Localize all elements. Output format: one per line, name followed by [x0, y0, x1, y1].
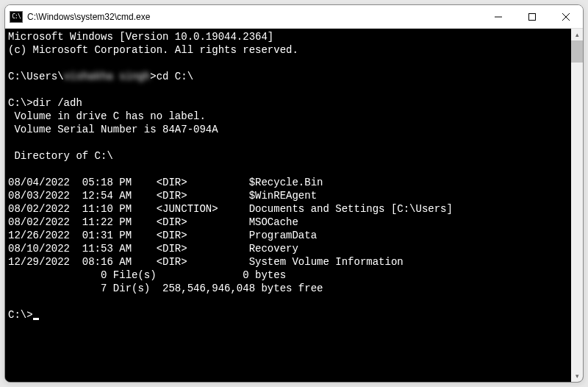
- cursor: [33, 318, 39, 320]
- banner-line: Microsoft Windows [Version 10.0.19044.23…: [8, 31, 273, 43]
- vertical-scrollbar[interactable]: ▴ ▾: [571, 29, 583, 382]
- close-button[interactable]: [549, 5, 583, 28]
- terminal-output[interactable]: Microsoft Windows [Version 10.0.19044.23…: [5, 29, 571, 382]
- cmd-window: C:\ C:\Windows\system32\cmd.exe Microsof…: [4, 4, 584, 383]
- window-controls: [481, 5, 583, 28]
- scroll-up-arrow-icon[interactable]: ▴: [571, 29, 583, 40]
- banner-line: (c) Microsoft Corporation. All rights re…: [8, 44, 298, 56]
- content-area: Microsoft Windows [Version 10.0.19044.23…: [5, 29, 583, 382]
- summary-dirs: 7 Dir(s) 258,546,946,048 bytes free: [8, 283, 323, 294]
- blurred-username: vishakha singh: [64, 70, 151, 83]
- window-title: C:\Windows\system32\cmd.exe: [27, 12, 481, 22]
- scroll-down-arrow-icon[interactable]: ▾: [571, 370, 583, 382]
- directory-of-line: Directory of C:\: [8, 150, 113, 162]
- minimize-button[interactable]: [481, 5, 515, 28]
- prompt-line: C:\>: [8, 309, 33, 321]
- serial-line: Volume Serial Number is 84A7-094A: [8, 124, 218, 135]
- volume-line: Volume in drive C has no label.: [8, 110, 206, 122]
- maximize-button[interactable]: [515, 5, 549, 28]
- titlebar[interactable]: C:\ C:\Windows\system32\cmd.exe: [5, 5, 583, 29]
- scroll-thumb[interactable]: [571, 40, 583, 63]
- prompt-line: C:\>dir /adh: [8, 97, 82, 109]
- prompt-line: C:\Users\vishakha singh>cd C:\: [8, 71, 193, 82]
- dir-listing: 08/04/2022 05:18 PM <DIR> $Recycle.Bin 0…: [8, 177, 453, 268]
- cmd-icon: C:\: [10, 11, 23, 23]
- summary-files: 0 File(s) 0 bytes: [8, 269, 286, 281]
- svg-rect-1: [529, 13, 536, 20]
